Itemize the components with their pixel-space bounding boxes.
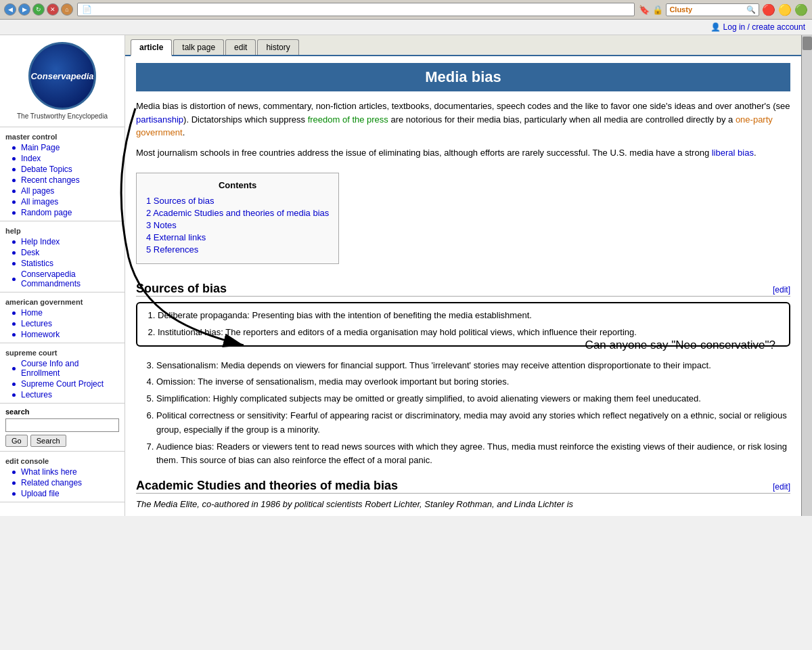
contents-item-5[interactable]: 5 References bbox=[146, 244, 329, 255]
top-bar: 👤 Log in / create account bbox=[0, 20, 812, 35]
contents-item-2[interactable]: 2 Academic Studies and theories of media… bbox=[146, 208, 329, 218]
sidebar-item-sclectures[interactable]: Lectures bbox=[0, 389, 125, 400]
sidebar-item-courseinfo[interactable]: Course Info and Enrollment bbox=[0, 358, 125, 378]
search-button[interactable]: Search bbox=[30, 435, 66, 447]
intro-paragraph-2: Most journalism schools in free countrie… bbox=[136, 146, 790, 160]
bias-item-3: Sensationalism: Media depends on viewers… bbox=[156, 359, 790, 373]
search-icon[interactable]: 🔍 bbox=[746, 5, 756, 14]
nav-icon-2[interactable]: 🟡 bbox=[778, 3, 792, 16]
sidebar-item-scproject[interactable]: Supreme Court Project bbox=[0, 378, 125, 389]
sidebar-item-whatlinks[interactable]: What links here bbox=[0, 467, 125, 477]
tab-edit[interactable]: edit bbox=[225, 39, 256, 55]
contents-list: 1 Sources of bias 2 Academic Studies and… bbox=[146, 196, 329, 255]
contents-box: Contents 1 Sources of bias 2 Academic St… bbox=[136, 173, 339, 264]
annotation-wrapper: Can anyone say "Neo-conservative"? bbox=[585, 339, 775, 352]
sources-title: Sources of bias bbox=[136, 282, 227, 296]
search-buttons: Go Search bbox=[5, 435, 119, 447]
sidebar-item-home[interactable]: Home bbox=[0, 307, 125, 318]
sidebar-item-index[interactable]: Index bbox=[0, 153, 125, 164]
bias-item-6: Political correctness or sensitivity: Fe… bbox=[156, 409, 790, 437]
edit-console-title: edit console bbox=[0, 454, 125, 467]
go-button[interactable]: Go bbox=[5, 435, 28, 447]
tab-talkpage[interactable]: talk page bbox=[173, 39, 224, 55]
logo-area: Conservapedia The Trustworthy Encycloped… bbox=[0, 35, 125, 127]
sidebar-item-allpages[interactable]: All pages bbox=[0, 186, 125, 196]
sidebar-item-statistics[interactable]: Statistics bbox=[0, 258, 125, 269]
academic-title: Academic Studies and theories of media b… bbox=[136, 479, 398, 493]
contents-item-1[interactable]: 1 Sources of bias bbox=[146, 196, 329, 206]
page-icon: 📄 bbox=[82, 5, 92, 14]
clusty-search[interactable]: Clusty 🔍 bbox=[666, 3, 759, 16]
tab-article[interactable]: article bbox=[131, 39, 172, 56]
sidebar-item-commandments[interactable]: Conservapedia Commandments bbox=[0, 269, 125, 289]
scrollbar-thumb[interactable] bbox=[803, 37, 812, 50]
liberal-bias-link[interactable]: liberal bias bbox=[712, 148, 754, 158]
sidebar-item-random[interactable]: Random page bbox=[0, 207, 125, 218]
clusty-logo: Clusty bbox=[669, 5, 692, 14]
intro-text-3: are notorious for their media bias, part… bbox=[388, 114, 736, 125]
scrollbar[interactable] bbox=[801, 35, 812, 516]
sidebar-section-supreme: supreme court Course Info and Enrollment… bbox=[0, 343, 125, 404]
sidebar-section-editconsole: edit console What links here Related cha… bbox=[0, 452, 125, 502]
page-title: Media bias bbox=[136, 63, 790, 91]
bias-list-rest: Sensationalism: Media depends on viewers… bbox=[156, 359, 790, 469]
bias-item-7: Audience bias: Readers or viewers tent t… bbox=[156, 440, 790, 469]
sidebar: Conservapedia The Trustworthy Encycloped… bbox=[0, 35, 125, 516]
sidebar-item-debate[interactable]: Debate Topics bbox=[0, 164, 125, 175]
intro-text-2: ). Dictatorships which suppress bbox=[183, 114, 308, 125]
sidebar-item-allimages[interactable]: All images bbox=[0, 196, 125, 207]
tab-history[interactable]: history bbox=[257, 39, 298, 55]
search-title: search bbox=[5, 408, 119, 416]
security-icon: 🔒 bbox=[652, 5, 663, 15]
supreme-title: supreme court bbox=[0, 346, 125, 358]
forward-button[interactable]: ▶ bbox=[18, 3, 30, 16]
home-button[interactable]: ⌂ bbox=[61, 3, 73, 16]
sources-list-container: Deliberate propaganda: Presenting bias w… bbox=[136, 302, 790, 468]
browser-toolbar: ◀ ▶ ↻ ✕ ⌂ 📄 http://www.conservapedia.com… bbox=[0, 0, 812, 20]
help-title: help bbox=[0, 224, 125, 236]
intro-paragraph-1: Media bias is distortion of news, commen… bbox=[136, 100, 790, 139]
search-input[interactable] bbox=[5, 418, 119, 432]
bias-item-5: Simplification: Highly complicated subje… bbox=[156, 392, 790, 406]
logo-tagline: The Trustworthy Encyclopedia bbox=[3, 112, 121, 120]
sidebar-item-helpindex[interactable]: Help Index bbox=[0, 236, 125, 247]
academic-edit[interactable]: [edit] bbox=[773, 482, 790, 492]
sidebar-item-recent[interactable]: Recent changes bbox=[0, 175, 125, 186]
sources-edit[interactable]: [edit] bbox=[773, 285, 790, 295]
bias-item-2: Institutional bias: The reporters and ed… bbox=[158, 326, 789, 340]
clusty-input[interactable] bbox=[692, 5, 746, 14]
academic-text: The Media Elite, co-authored in 1986 by … bbox=[136, 499, 790, 509]
stop-button[interactable]: ✕ bbox=[47, 3, 59, 16]
refresh-button[interactable]: ↻ bbox=[32, 3, 45, 16]
intro-text-para2: Most journalism schools in free countrie… bbox=[136, 148, 712, 158]
sidebar-section-master: master control Main Page Index Debate To… bbox=[0, 127, 125, 221]
url-input[interactable]: http://www.conservapedia.com/Media_bias bbox=[95, 5, 630, 14]
freedom-press-link[interactable]: freedom of the press bbox=[308, 114, 388, 125]
sidebar-item-desk[interactable]: Desk bbox=[0, 247, 125, 258]
academic-text-content: The Media Elite, co-authored in 1986 by … bbox=[136, 499, 573, 509]
partisanship-link[interactable]: partisanship bbox=[136, 114, 183, 125]
article-content: Media bias Media bias is distortion of n… bbox=[125, 56, 801, 516]
bookmark-icon[interactable]: 🔖 bbox=[639, 5, 650, 15]
browser-nav-buttons[interactable]: ◀ ▶ ↻ ✕ ⌂ bbox=[4, 3, 73, 16]
nav-icon-3[interactable]: 🟢 bbox=[794, 3, 808, 16]
sidebar-section-help: help Help Index Desk Statistics Conserva… bbox=[0, 221, 125, 292]
sidebar-item-lectures[interactable]: Lectures bbox=[0, 318, 125, 329]
sidebar-item-related[interactable]: Related changes bbox=[0, 477, 125, 488]
sidebar-item-mainpage[interactable]: Main Page bbox=[0, 142, 125, 153]
main-layout: Conservapedia The Trustworthy Encycloped… bbox=[0, 35, 812, 516]
sidebar-item-upload[interactable]: Upload file bbox=[0, 488, 125, 499]
address-bar[interactable]: 📄 http://www.conservapedia.com/Media_bia… bbox=[77, 3, 635, 16]
annotation-text: Can anyone say "Neo-conservative"? bbox=[585, 339, 775, 351]
intro-text-1: Media bias is distortion of news, commen… bbox=[136, 101, 790, 111]
sidebar-item-homework[interactable]: Homework bbox=[0, 329, 125, 340]
login-link[interactable]: Log in / create account bbox=[723, 22, 805, 32]
contents-item-4[interactable]: 4 External links bbox=[146, 232, 329, 242]
back-button[interactable]: ◀ bbox=[4, 3, 16, 16]
contents-item-3[interactable]: 3 Notes bbox=[146, 220, 329, 230]
sidebar-search-section: search Go Search bbox=[0, 404, 125, 452]
bias-item-4: Omission: The inverse of sensationalism,… bbox=[156, 375, 790, 389]
sidebar-section-amgov: american government Home Lectures Homewo… bbox=[0, 292, 125, 343]
tabs: article talk page edit history bbox=[125, 35, 801, 56]
nav-icon-1[interactable]: 🔴 bbox=[762, 3, 775, 16]
